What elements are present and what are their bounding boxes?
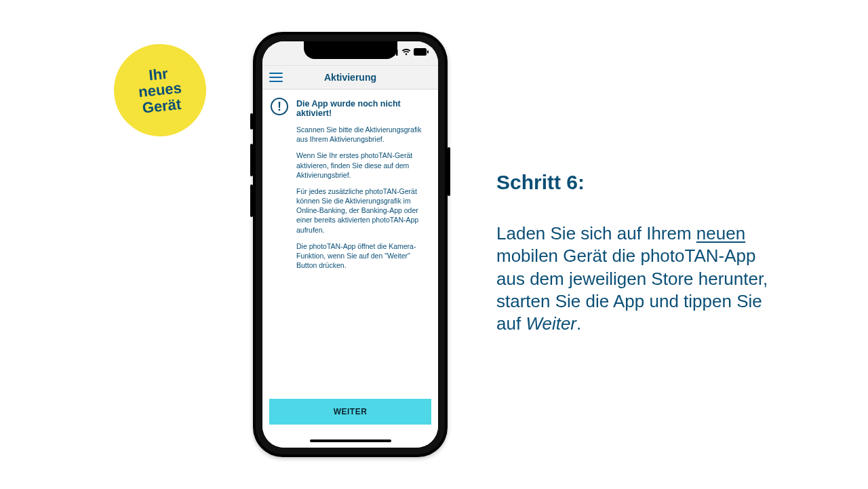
phone-mockup: Aktivierung ! Die App wurde noch nicht a…: [253, 32, 448, 457]
step-body-part: Laden Sie sich auf Ihrem: [496, 223, 696, 243]
phone-side-button: [448, 147, 450, 196]
app-header-title: Aktivierung: [324, 72, 376, 83]
alert-title: Die App wurde noch nicht aktiviert!: [296, 99, 427, 118]
phone-screen: Aktivierung ! Die App wurde noch nicht a…: [262, 41, 438, 448]
step-heading: Schritt 6:: [496, 171, 781, 194]
step-body-part: .: [576, 313, 581, 334]
continue-button-label: WEITER: [334, 407, 368, 416]
menu-icon[interactable]: [269, 73, 283, 82]
instruction-column: Schritt 6: Laden Sie sich auf Ihrem neue…: [496, 171, 781, 335]
step-body: Laden Sie sich auf Ihrem neuen mobilen G…: [496, 222, 781, 335]
stage: Ihr neues Gerät: [0, 0, 868, 489]
phone-side-button: [250, 184, 253, 217]
phone-side-button: [250, 113, 253, 130]
alert-paragraph: Scannen Sie bitte die Aktivierungsgrafik…: [296, 125, 427, 144]
app-body: ! Die App wurde noch nicht aktiviert! Sc…: [262, 90, 438, 448]
warning-icon: !: [271, 98, 288, 115]
battery-icon: [414, 48, 429, 56]
svg-rect-5: [427, 50, 429, 54]
alert-paragraph: Die photoTAN-App öffnet die Kamera-Funkt…: [296, 241, 427, 271]
phone-side-button: [250, 144, 253, 176]
alert-paragraph: Für jedes zusätzliche photoTAN-Gerät kön…: [296, 187, 427, 235]
sticker-line-3: Gerät: [142, 95, 182, 116]
step-body-italic: Weiter: [526, 313, 576, 334]
warning-icon-glyph: !: [277, 100, 281, 113]
sticker-text: Ihr neues Gerät: [136, 64, 184, 116]
activation-alert: ! Die App wurde noch nicht aktiviert! Sc…: [262, 90, 438, 283]
sticker-new-device: Ihr neues Gerät: [109, 39, 210, 140]
continue-button[interactable]: WEITER: [269, 399, 431, 425]
svg-rect-4: [414, 48, 427, 56]
step-body-underlined: neuen: [696, 223, 745, 243]
home-indicator: [310, 439, 391, 442]
phone-notch: [304, 41, 397, 59]
app-header: Aktivierung: [262, 66, 438, 90]
wifi-icon: [401, 49, 411, 56]
alert-paragraph: Wenn Sie Ihr erstes photoTAN-Gerät aktiv…: [296, 151, 427, 180]
